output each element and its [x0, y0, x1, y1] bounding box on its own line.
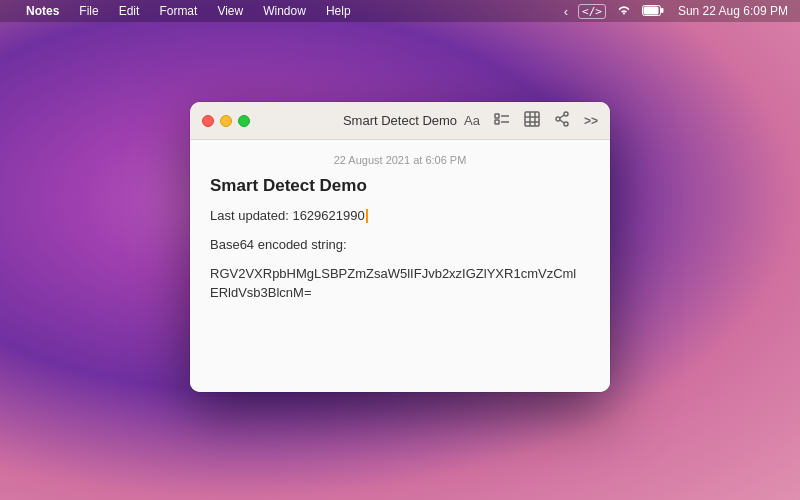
- svg-rect-3: [495, 114, 499, 118]
- svg-line-16: [560, 120, 564, 123]
- base64-label-line: Base64 encoded string:: [210, 235, 590, 256]
- maximize-button[interactable]: [238, 115, 250, 127]
- desktop: Smart Detect Demo Aa: [0, 22, 800, 500]
- menu-edit[interactable]: Edit: [115, 4, 144, 18]
- last-updated-line: Last updated: 1629621990: [210, 206, 590, 227]
- svg-point-13: [556, 117, 560, 121]
- note-body[interactable]: Last updated: 1629621990 Base64 encoded …: [210, 206, 590, 303]
- minimize-button[interactable]: [220, 115, 232, 127]
- svg-point-12: [564, 112, 568, 116]
- checklist-button[interactable]: [494, 111, 510, 130]
- chevron-left-icon[interactable]: ‹: [564, 4, 568, 19]
- traffic-lights: [202, 115, 250, 127]
- menu-bar: Notes File Edit Format View Window Help …: [0, 0, 800, 22]
- svg-rect-1: [643, 6, 658, 14]
- code-icon[interactable]: </>: [578, 4, 606, 19]
- note-date: 22 August 2021 at 6:06 PM: [210, 154, 590, 166]
- notes-window: Smart Detect Demo Aa: [190, 102, 610, 392]
- svg-rect-7: [525, 112, 539, 126]
- datetime: Sun 22 Aug 6:09 PM: [674, 4, 792, 18]
- toolbar-icons: Aa: [464, 111, 598, 130]
- window-title: Smart Detect Demo: [343, 113, 457, 128]
- expand-button[interactable]: >>: [584, 114, 598, 128]
- menu-bar-right: ‹ </> Sun 22 Aug 6:09 PM: [564, 4, 792, 19]
- menu-format[interactable]: Format: [155, 4, 201, 18]
- menu-window[interactable]: Window: [259, 4, 310, 18]
- svg-line-15: [560, 115, 564, 118]
- table-button[interactable]: [524, 111, 540, 130]
- note-content[interactable]: 22 August 2021 at 6:06 PM Smart Detect D…: [190, 140, 610, 392]
- text-cursor: [366, 209, 368, 223]
- font-button[interactable]: Aa: [464, 113, 480, 128]
- battery-icon: [642, 4, 664, 19]
- base64-value: RGV2VXRpbHMgLSBPZmZsaW5lIFJvb2xzIGZlYXR1…: [210, 264, 590, 303]
- close-button[interactable]: [202, 115, 214, 127]
- menu-view[interactable]: View: [213, 4, 247, 18]
- menu-app-name[interactable]: Notes: [22, 4, 63, 18]
- svg-rect-5: [495, 120, 499, 124]
- title-bar: Smart Detect Demo Aa: [190, 102, 610, 140]
- menu-help[interactable]: Help: [322, 4, 355, 18]
- share-button[interactable]: [554, 111, 570, 130]
- svg-point-14: [564, 122, 568, 126]
- wifi-icon[interactable]: [616, 4, 632, 19]
- svg-rect-2: [661, 8, 664, 13]
- menu-file[interactable]: File: [75, 4, 102, 18]
- note-title: Smart Detect Demo: [210, 176, 590, 196]
